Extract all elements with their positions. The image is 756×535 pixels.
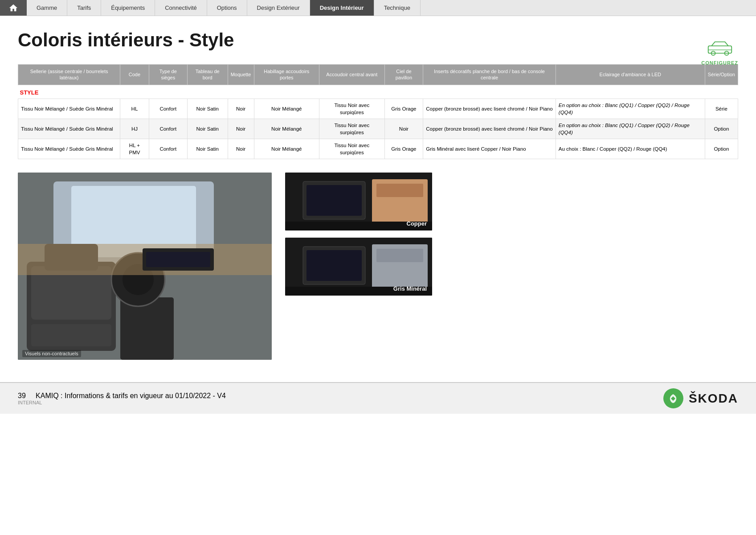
internal-label: INTERNAL bbox=[18, 400, 226, 405]
nav-options[interactable]: Options bbox=[207, 0, 247, 16]
col-habillage: Habillage accoudoirs portes bbox=[254, 65, 319, 85]
page-title: Coloris intérieurs - Style bbox=[18, 29, 738, 51]
col-type-sieges: Type de sièges bbox=[149, 65, 187, 85]
table-row: Tissu Noir Mélangé / Suède Gris MinéralH… bbox=[18, 119, 738, 139]
col-tableau-bord: Tableau de bord bbox=[187, 65, 228, 85]
configurez-button[interactable]: CONFIGUREZ bbox=[701, 38, 738, 66]
skoda-logo: ŠKODA bbox=[663, 388, 738, 408]
table-row: Tissu Noir Mélangé / Suède Gris MinéralH… bbox=[18, 139, 738, 159]
nav-gamme[interactable]: Gamme bbox=[27, 0, 67, 16]
car-icon bbox=[707, 38, 733, 58]
copper-label: Copper bbox=[407, 220, 427, 227]
interior-svg bbox=[18, 173, 272, 360]
skoda-circle bbox=[663, 388, 683, 408]
svg-rect-11 bbox=[120, 297, 174, 360]
skoda-emblem bbox=[666, 392, 680, 405]
brand-name: ŠKODA bbox=[689, 391, 738, 406]
images-section: Visuels non-contractuels Copper bbox=[18, 173, 738, 360]
main-image-caption: Visuels non-contractuels bbox=[22, 350, 81, 357]
page-content: CONFIGUREZ Coloris intérieurs - Style Se… bbox=[0, 16, 756, 373]
svg-rect-19 bbox=[306, 185, 362, 216]
mineral-image: Gris Minéral bbox=[285, 238, 432, 296]
table-row: Tissu Noir Mélangé / Suède Gris MinéralH… bbox=[18, 99, 738, 119]
col-moquette: Moquette bbox=[228, 65, 254, 85]
style-label: STYLE bbox=[18, 85, 738, 99]
col-sellerie: Sellerie (assise centrale / bourrelets l… bbox=[18, 65, 120, 85]
home-icon bbox=[8, 3, 18, 13]
svg-rect-27 bbox=[376, 249, 423, 262]
footer-description: KAMIQ : Informations & tarifs en vigueur… bbox=[36, 392, 226, 399]
col-ciel: Ciel de pavillon bbox=[384, 65, 423, 85]
footer-left: 39 KAMIQ : Informations & tarifs en vigu… bbox=[18, 392, 226, 405]
copper-image: Copper bbox=[285, 173, 432, 230]
nav-connectivite[interactable]: Connectivité bbox=[155, 0, 207, 16]
col-accoudoir: Accoudoir central avant bbox=[319, 65, 385, 85]
page-number: 39 bbox=[18, 392, 26, 399]
style-section-header: STYLE bbox=[18, 85, 738, 99]
svg-rect-16 bbox=[146, 252, 210, 267]
interior-colors-table: Sellerie (assise centrale / bourrelets l… bbox=[18, 64, 738, 159]
main-interior-image: Visuels non-contractuels bbox=[18, 173, 272, 360]
page-footer: 39 KAMIQ : Informations & tarifs en vigu… bbox=[0, 382, 756, 414]
col-inserts: Inserts décoratifs planche de bord / bas… bbox=[423, 65, 556, 85]
home-button[interactable] bbox=[0, 0, 27, 16]
col-serie: Série/Option bbox=[705, 65, 738, 85]
page-info: 39 KAMIQ : Informations & tarifs en vigu… bbox=[18, 392, 226, 400]
svg-rect-21 bbox=[376, 184, 423, 197]
svg-rect-9 bbox=[31, 324, 111, 346]
nav-design-ext[interactable]: Design Extérieur bbox=[247, 0, 310, 16]
side-images-container: Copper Gris Minéral bbox=[285, 173, 432, 360]
nav-tarifs[interactable]: Tarifs bbox=[67, 0, 101, 16]
car-interior-placeholder bbox=[18, 173, 272, 360]
nav-technique[interactable]: Technique bbox=[374, 0, 421, 16]
nav-design-int[interactable]: Design Intérieur bbox=[310, 0, 374, 16]
mineral-label: Gris Minéral bbox=[393, 285, 427, 292]
configurez-label: CONFIGUREZ bbox=[701, 60, 738, 66]
col-eclairage: Eclairage d'ambiance à LED bbox=[556, 65, 705, 85]
svg-rect-25 bbox=[306, 250, 362, 281]
navigation: Gamme Tarifs Équipements Connectivité Op… bbox=[0, 0, 756, 16]
col-code: Code bbox=[120, 65, 149, 85]
nav-equipements[interactable]: Équipements bbox=[101, 0, 155, 16]
